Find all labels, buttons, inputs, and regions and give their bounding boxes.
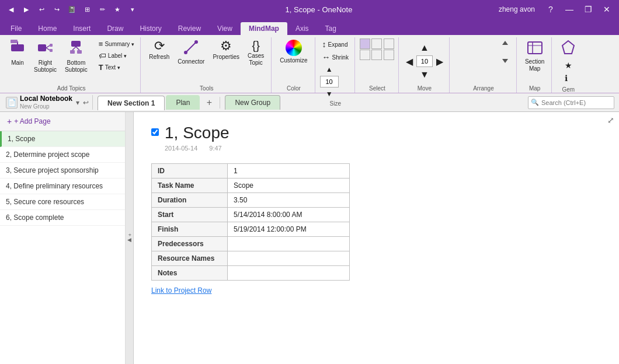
right-subtopic-button[interactable]: RightSubtopic — [30, 38, 60, 75]
page-item-3[interactable]: 3, Secure project sponsorship — [0, 163, 125, 178]
refresh-button[interactable]: ⟳ Refresh — [145, 38, 173, 62]
svg-rect-16 — [528, 42, 542, 54]
search-input[interactable] — [541, 99, 611, 106]
settings-button[interactable]: ⊞ — [81, 3, 93, 16]
select-group: Select — [356, 37, 399, 93]
tab-file[interactable]: File — [2, 22, 30, 35]
notebook-icon-button[interactable]: 📓 — [65, 3, 78, 16]
svg-rect-12 — [77, 50, 82, 54]
label-dropdown-icon[interactable]: ▾ — [124, 53, 127, 59]
search-box[interactable]: 🔍 — [528, 96, 614, 109]
text-button[interactable]: T Text ▾ — [96, 62, 137, 73]
pen-button[interactable]: ✏ — [96, 3, 109, 16]
collapse-handle[interactable]: + ◀ — [126, 112, 134, 364]
arrange-btn-2[interactable] — [468, 38, 481, 51]
undo-button[interactable]: ↩ — [35, 3, 48, 16]
arrange-btn-6[interactable] — [483, 52, 496, 65]
tab-axis[interactable]: Axis — [287, 22, 317, 35]
redo-button[interactable]: ↪ — [50, 3, 63, 16]
add-page-button[interactable]: + + Add Page — [5, 116, 53, 127]
bottom-subtopic-button[interactable]: BottomSubtopic — [61, 38, 91, 75]
summary-button[interactable]: ≡ Summary ▾ — [96, 38, 137, 50]
expand-button[interactable]: ↕ Expand — [320, 38, 350, 50]
add-topics-group: Main RightSubtopic BottomSubtopic ≡ Summ… — [2, 37, 141, 93]
select-all-button[interactable] — [360, 38, 370, 49]
chevron-button[interactable]: ▾ — [126, 3, 139, 16]
text-dropdown-icon[interactable]: ▾ — [117, 65, 120, 71]
move-down-button[interactable]: ▼ — [418, 68, 432, 81]
select-btn-3[interactable] — [384, 38, 394, 49]
arrange-btn-3[interactable] — [483, 38, 496, 51]
move-right-button[interactable]: ▶ — [434, 55, 446, 68]
table-field: Start — [152, 208, 228, 222]
arrange-bottom-button[interactable] — [498, 52, 513, 65]
page-list: 1, Scope 2, Determine project scope 3, S… — [0, 131, 125, 364]
select-btn-6[interactable] — [384, 50, 394, 60]
page-item-2[interactable]: 2, Determine project scope — [0, 147, 125, 163]
table-field: Resource Names — [152, 251, 228, 266]
move-value[interactable]: 10 — [416, 55, 433, 67]
back-nav-button[interactable]: ↩ — [83, 99, 89, 107]
tab-view[interactable]: View — [209, 22, 241, 35]
arrange-btn-5[interactable] — [468, 52, 481, 65]
summary-dropdown-icon[interactable]: ▾ — [131, 41, 134, 47]
gem-star-button[interactable]: ★ — [562, 60, 575, 71]
star-button[interactable]: ★ — [111, 3, 124, 16]
tab-insert[interactable]: Insert — [65, 22, 99, 35]
main-icon — [9, 40, 26, 58]
tab-mindmap[interactable]: MindMap — [241, 22, 287, 35]
page-item-1[interactable]: 1, Scope — [0, 131, 125, 147]
properties-button[interactable]: ⚙ Properties — [209, 38, 243, 62]
size-up-button[interactable]: ▲ — [324, 64, 335, 75]
page-item-6[interactable]: 6, Scope complete — [0, 210, 125, 226]
connector-button[interactable]: Connector — [174, 38, 208, 66]
close-button[interactable]: ✕ — [599, 4, 614, 15]
add-section-button[interactable]: + — [202, 96, 216, 110]
page-tab-new-group[interactable]: New Group — [225, 95, 280, 110]
svg-rect-8 — [71, 41, 81, 47]
minimize-button[interactable]: — — [562, 4, 577, 15]
table-row: Start5/14/2014 8:00:00 AM — [152, 208, 350, 222]
size-down-button[interactable]: ▼ — [324, 89, 335, 99]
size-value[interactable]: 10 — [320, 76, 339, 88]
page-item-4[interactable]: 4, Define preliminary resources — [0, 178, 125, 194]
section-map-button[interactable]: SectionMap — [521, 38, 548, 74]
cases-topic-button[interactable]: {} CasesTopic — [244, 38, 267, 68]
section-tab-plan[interactable]: Plan — [166, 95, 200, 110]
svg-rect-6 — [50, 44, 53, 47]
select-btn-4[interactable] — [360, 50, 370, 60]
restore-button[interactable]: ❐ — [580, 4, 596, 15]
svg-point-15 — [194, 40, 198, 44]
section-tab-new-section-1[interactable]: New Section 1 — [98, 96, 165, 110]
tab-review[interactable]: Review — [170, 22, 209, 35]
main-area: + + Add Page 1, Scope 2, Determine proje… — [0, 112, 619, 364]
page-header: 1, Scope 2014-05-14 9:47 — [151, 124, 601, 152]
gem-button[interactable]: ★ ℹ — [557, 38, 580, 85]
notebook-dropdown[interactable]: ▾ — [76, 99, 79, 107]
gem-info-button[interactable]: ℹ — [562, 72, 575, 84]
link-to-project-row[interactable]: Link to Project Row — [151, 286, 601, 295]
tab-history[interactable]: History — [131, 22, 169, 35]
customize-button[interactable]: Customize — [276, 38, 311, 65]
arrange-btn-4[interactable] — [454, 52, 467, 65]
page-checkbox[interactable] — [151, 128, 159, 136]
title-bar-left: ◀ ▶ ↩ ↪ 📓 ⊞ ✏ ★ ▾ — [5, 3, 139, 16]
page-item-5[interactable]: 5, Secure core resources — [0, 194, 125, 210]
expand-page-icon[interactable]: ⤢ — [607, 116, 614, 125]
back-button[interactable]: ◀ — [5, 3, 18, 16]
select-btn-5[interactable] — [371, 50, 382, 60]
select-btn-2[interactable] — [371, 38, 382, 49]
arrange-top-button[interactable] — [498, 38, 513, 51]
tab-draw[interactable]: Draw — [99, 22, 131, 35]
help-button[interactable]: ? — [543, 4, 558, 15]
forward-button[interactable]: ▶ — [20, 3, 33, 16]
move-left-button[interactable]: ◀ — [404, 55, 415, 68]
table-row: Duration3.50 — [152, 193, 350, 208]
tab-home[interactable]: Home — [30, 22, 65, 35]
main-button[interactable]: Main — [6, 38, 29, 68]
shrink-button[interactable]: ↔ Shrink — [320, 51, 351, 63]
label-button[interactable]: 🏷 Label ▾ — [96, 50, 137, 61]
arrange-btn-1[interactable] — [454, 38, 467, 51]
move-up-button[interactable]: ▲ — [418, 41, 432, 54]
tab-tag[interactable]: Tag — [317, 22, 345, 35]
